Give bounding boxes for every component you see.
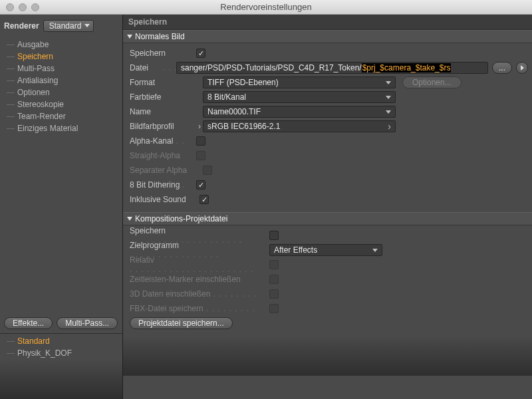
label-bildfarbprofil: Bildfarbprofil (130, 122, 196, 131)
checkbox-zeitleisten (269, 275, 279, 284)
tree-item-ausgabe[interactable]: —Ausgabe (0, 39, 122, 51)
label-separater-alpha: Separater Alpha (130, 166, 203, 175)
label-dithering: 8 Bit Dithering . (130, 180, 196, 190)
checkbox-3ddaten (269, 289, 279, 299)
label-fbx: FBX-Datei speichern . . . . . . . . . (130, 304, 269, 313)
profile-nav-icon: › (196, 122, 203, 131)
label-zeitleisten: Zeitleisten-Marker einschließen (130, 275, 269, 284)
checkbox-relativ (269, 260, 279, 269)
tree-item-stereoskopie[interactable]: —Stereoskopie (0, 98, 122, 110)
zielprogramm-dropdown[interactable]: After Effects (269, 244, 382, 256)
sidebar: Renderer Standard —Ausgabe —Speichern —M… (0, 15, 123, 399)
settings-tree: —Ausgabe —Speichern —Multi-Pass —Antiali… (0, 39, 122, 313)
checkbox-dithering[interactable]: ✓ (196, 180, 205, 190)
checkbox-sound[interactable]: ✓ (200, 195, 209, 204)
section-normales-bild[interactable]: Normales Bild (123, 30, 532, 43)
save-projectfile-button[interactable]: Projektdatei speichern... (130, 317, 233, 329)
chevron-down-icon (84, 24, 90, 27)
label-name: Name (130, 107, 203, 116)
checkbox-fbx (269, 304, 279, 313)
label-alpha: Alpha-Kanal . . (130, 136, 196, 146)
bildfarbprofil-field[interactable]: sRGB IEC61966-2.1 (203, 120, 396, 132)
preset-standard[interactable]: —Standard (0, 335, 122, 347)
farbtiefe-dropdown[interactable]: 8 Bit/Kanal (203, 91, 396, 103)
tree-item-teamrender[interactable]: —Team-Render (0, 110, 122, 122)
label-format: Format (130, 78, 203, 87)
checkbox-komp-speichern[interactable] (269, 231, 279, 240)
renderer-dropdown[interactable]: Standard (43, 20, 94, 32)
path-expand-button[interactable] (516, 62, 528, 74)
tree-item-antialiasing[interactable]: —Antialiasing (0, 74, 122, 86)
file-path-field[interactable]: sanger/PSD/PSD-Tutorials/PSD_C4D_R17_Tok… (176, 62, 488, 74)
label-datei: Datei (130, 63, 163, 72)
tree-item-multipass[interactable]: —Multi-Pass (0, 63, 122, 74)
checkbox-straight-alpha (196, 151, 205, 160)
disclosure-triangle-icon (127, 217, 132, 221)
label-speichern: Speichern (130, 49, 196, 58)
renderer-value: Standard (49, 21, 82, 31)
tree-item-optionen[interactable]: —Optionen (0, 86, 122, 98)
multipass-button[interactable]: Multi-Pass... (57, 317, 118, 329)
checkbox-separater-alpha (203, 166, 212, 175)
renderer-label: Renderer (4, 21, 39, 31)
browse-button[interactable]: ... (492, 62, 512, 74)
preset-physik[interactable]: —Physik_K_DOF (0, 347, 122, 359)
checkbox-alpha[interactable] (196, 136, 205, 146)
effects-button[interactable]: Effekte... (4, 317, 53, 329)
label-farbtiefe: Farbtiefe (130, 92, 203, 102)
label-straight-alpha: Straight-Alpha (130, 151, 196, 160)
titlebar: Rendervoreinstellungen (0, 0, 532, 15)
label-sound: Inklusive Sound (130, 195, 200, 204)
format-dropdown[interactable]: TIFF (PSD-Ebenen) (203, 76, 396, 88)
section-kompositions[interactable]: Kompositions-Projektdatei (123, 212, 532, 225)
name-dropdown[interactable]: Name0000.TIF (203, 106, 396, 118)
label-3ddaten: 3D Daten einschließen . . . . . . . . (130, 289, 269, 299)
disclosure-triangle-icon (127, 35, 132, 39)
window-title: Rendervoreinstellungen (0, 2, 532, 12)
label-relativ: Relativ . . . . . . . . . . . . . . . . … (130, 255, 269, 274)
panel-title: Speichern (123, 15, 532, 30)
tree-item-speichern[interactable]: —Speichern (0, 51, 122, 63)
format-options-button[interactable]: Optionen... (402, 76, 462, 88)
main-panel: Speichern Normales Bild Speichern ✓ Date… (123, 15, 532, 399)
checkbox-speichern[interactable]: ✓ (196, 49, 205, 58)
preset-list: —Standard —Physik_K_DOF (0, 333, 122, 359)
tree-item-einziges-material[interactable]: —Einziges Material (0, 122, 122, 134)
